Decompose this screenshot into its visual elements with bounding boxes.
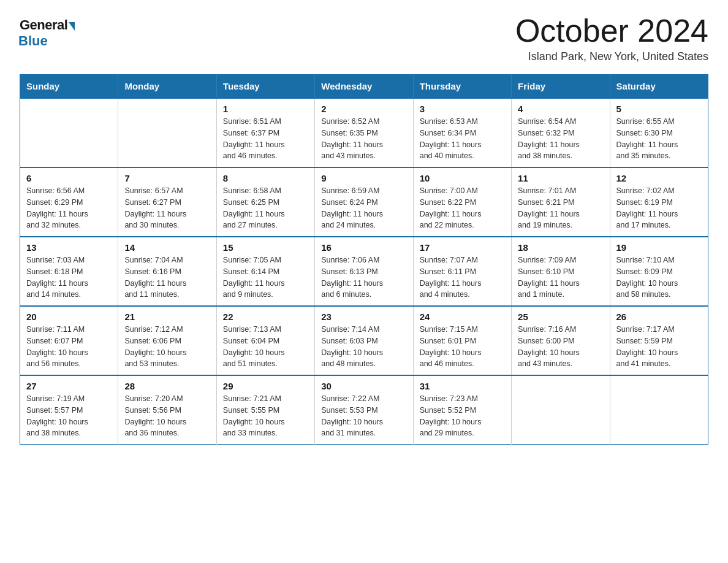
day-info: Sunrise: 7:23 AM Sunset: 5:52 PM Dayligh… [420, 393, 505, 439]
day-info: Sunrise: 7:02 AM Sunset: 6:19 PM Dayligh… [616, 185, 702, 231]
day-number: 19 [616, 242, 702, 253]
day-info: Sunrise: 7:19 AM Sunset: 5:57 PM Dayligh… [26, 393, 112, 439]
day-cell: 7Sunrise: 6:57 AM Sunset: 6:27 PM Daylig… [118, 167, 216, 237]
day-number: 7 [124, 173, 210, 183]
day-cell: 1Sunrise: 6:51 AM Sunset: 6:37 PM Daylig… [216, 98, 314, 167]
day-number: 3 [420, 104, 505, 114]
day-info: Sunrise: 6:52 AM Sunset: 6:35 PM Dayligh… [321, 116, 406, 162]
calendar-header: SundayMondayTuesdayWednesdayThursdayFrid… [20, 75, 708, 99]
day-cell [118, 98, 216, 167]
day-cell: 10Sunrise: 7:00 AM Sunset: 6:22 PM Dayli… [413, 167, 511, 237]
day-cell: 18Sunrise: 7:09 AM Sunset: 6:10 PM Dayli… [512, 237, 610, 306]
day-info: Sunrise: 7:12 AM Sunset: 6:06 PM Dayligh… [124, 324, 210, 370]
logo-arrow-icon [69, 22, 75, 31]
location-subtitle: Island Park, New York, United States [515, 50, 708, 63]
weekday-wednesday: Wednesday [315, 75, 413, 99]
day-cell: 11Sunrise: 7:01 AM Sunset: 6:21 PM Dayli… [512, 167, 610, 237]
day-cell: 12Sunrise: 7:02 AM Sunset: 6:19 PM Dayli… [610, 167, 708, 237]
day-info: Sunrise: 7:09 AM Sunset: 6:10 PM Dayligh… [518, 255, 603, 301]
day-number: 6 [26, 173, 112, 183]
day-cell: 21Sunrise: 7:12 AM Sunset: 6:06 PM Dayli… [118, 306, 216, 375]
day-cell: 14Sunrise: 7:04 AM Sunset: 6:16 PM Dayli… [118, 237, 216, 306]
day-info: Sunrise: 6:54 AM Sunset: 6:32 PM Dayligh… [518, 116, 603, 162]
day-number: 21 [124, 312, 210, 322]
day-info: Sunrise: 7:11 AM Sunset: 6:07 PM Dayligh… [26, 324, 112, 370]
day-info: Sunrise: 7:05 AM Sunset: 6:14 PM Dayligh… [223, 255, 308, 301]
day-number: 13 [26, 242, 112, 253]
day-info: Sunrise: 7:20 AM Sunset: 5:56 PM Dayligh… [124, 393, 210, 439]
day-number: 24 [420, 312, 505, 322]
day-number: 10 [420, 173, 505, 183]
day-cell: 24Sunrise: 7:15 AM Sunset: 6:01 PM Dayli… [413, 306, 511, 375]
day-info: Sunrise: 7:01 AM Sunset: 6:21 PM Dayligh… [518, 185, 603, 231]
logo: General Blue [20, 17, 75, 49]
day-number: 2 [321, 104, 406, 114]
day-info: Sunrise: 6:55 AM Sunset: 6:30 PM Dayligh… [616, 116, 702, 162]
day-number: 1 [223, 104, 308, 114]
day-info: Sunrise: 7:16 AM Sunset: 6:00 PM Dayligh… [518, 324, 603, 370]
day-number: 15 [223, 242, 308, 253]
day-cell: 2Sunrise: 6:52 AM Sunset: 6:35 PM Daylig… [315, 98, 413, 167]
day-info: Sunrise: 7:04 AM Sunset: 6:16 PM Dayligh… [124, 255, 210, 301]
day-number: 31 [420, 381, 505, 391]
day-cell: 15Sunrise: 7:05 AM Sunset: 6:14 PM Dayli… [216, 237, 314, 306]
day-info: Sunrise: 6:58 AM Sunset: 6:25 PM Dayligh… [223, 185, 308, 231]
day-number: 4 [518, 104, 603, 114]
day-number: 17 [420, 242, 505, 253]
day-number: 25 [518, 312, 603, 322]
day-info: Sunrise: 6:53 AM Sunset: 6:34 PM Dayligh… [420, 116, 505, 162]
day-cell [512, 375, 610, 445]
weekday-row: SundayMondayTuesdayWednesdayThursdayFrid… [20, 75, 708, 99]
weekday-thursday: Thursday [413, 75, 511, 99]
day-cell: 16Sunrise: 7:06 AM Sunset: 6:13 PM Dayli… [315, 237, 413, 306]
day-cell: 20Sunrise: 7:11 AM Sunset: 6:07 PM Dayli… [20, 306, 118, 375]
day-info: Sunrise: 7:03 AM Sunset: 6:18 PM Dayligh… [26, 255, 112, 301]
day-info: Sunrise: 7:17 AM Sunset: 5:59 PM Dayligh… [616, 324, 702, 370]
page-header: General Blue October 2024 Island Park, N… [20, 15, 708, 63]
day-number: 18 [518, 242, 603, 253]
day-cell: 30Sunrise: 7:22 AM Sunset: 5:53 PM Dayli… [315, 375, 413, 445]
day-number: 5 [616, 104, 702, 114]
day-info: Sunrise: 7:07 AM Sunset: 6:11 PM Dayligh… [420, 255, 505, 301]
day-cell [20, 98, 118, 167]
day-cell [610, 375, 708, 445]
weekday-saturday: Saturday [610, 75, 708, 99]
day-number: 20 [26, 312, 112, 322]
day-cell: 6Sunrise: 6:56 AM Sunset: 6:29 PM Daylig… [20, 167, 118, 237]
day-cell: 29Sunrise: 7:21 AM Sunset: 5:55 PM Dayli… [216, 375, 314, 445]
day-cell: 5Sunrise: 6:55 AM Sunset: 6:30 PM Daylig… [610, 98, 708, 167]
day-number: 23 [321, 312, 406, 322]
day-info: Sunrise: 7:10 AM Sunset: 6:09 PM Dayligh… [616, 255, 702, 301]
day-cell: 17Sunrise: 7:07 AM Sunset: 6:11 PM Dayli… [413, 237, 511, 306]
day-info: Sunrise: 7:22 AM Sunset: 5:53 PM Dayligh… [321, 393, 406, 439]
week-row-2: 6Sunrise: 6:56 AM Sunset: 6:29 PM Daylig… [20, 167, 708, 237]
day-number: 28 [124, 381, 210, 391]
day-number: 12 [616, 173, 702, 183]
day-number: 16 [321, 242, 406, 253]
day-cell: 31Sunrise: 7:23 AM Sunset: 5:52 PM Dayli… [413, 375, 511, 445]
month-title: October 2024 [515, 15, 708, 47]
day-number: 14 [124, 242, 210, 253]
day-cell: 22Sunrise: 7:13 AM Sunset: 6:04 PM Dayli… [216, 306, 314, 375]
day-cell: 28Sunrise: 7:20 AM Sunset: 5:56 PM Dayli… [118, 375, 216, 445]
day-info: Sunrise: 6:57 AM Sunset: 6:27 PM Dayligh… [124, 185, 210, 231]
day-info: Sunrise: 6:56 AM Sunset: 6:29 PM Dayligh… [26, 185, 112, 231]
calendar-body: 1Sunrise: 6:51 AM Sunset: 6:37 PM Daylig… [20, 98, 708, 445]
week-row-3: 13Sunrise: 7:03 AM Sunset: 6:18 PM Dayli… [20, 237, 708, 306]
week-row-4: 20Sunrise: 7:11 AM Sunset: 6:07 PM Dayli… [20, 306, 708, 375]
day-info: Sunrise: 7:00 AM Sunset: 6:22 PM Dayligh… [420, 185, 505, 231]
day-cell: 13Sunrise: 7:03 AM Sunset: 6:18 PM Dayli… [20, 237, 118, 306]
day-info: Sunrise: 7:14 AM Sunset: 6:03 PM Dayligh… [321, 324, 406, 370]
day-number: 9 [321, 173, 406, 183]
week-row-1: 1Sunrise: 6:51 AM Sunset: 6:37 PM Daylig… [20, 98, 708, 167]
day-number: 8 [223, 173, 308, 183]
day-info: Sunrise: 7:15 AM Sunset: 6:01 PM Dayligh… [420, 324, 505, 370]
day-cell: 9Sunrise: 6:59 AM Sunset: 6:24 PM Daylig… [315, 167, 413, 237]
day-cell: 4Sunrise: 6:54 AM Sunset: 6:32 PM Daylig… [512, 98, 610, 167]
logo-general-text: General [20, 17, 67, 33]
day-info: Sunrise: 6:59 AM Sunset: 6:24 PM Dayligh… [321, 185, 406, 231]
day-cell: 3Sunrise: 6:53 AM Sunset: 6:34 PM Daylig… [413, 98, 511, 167]
day-number: 26 [616, 312, 702, 322]
day-number: 11 [518, 173, 603, 183]
day-cell: 27Sunrise: 7:19 AM Sunset: 5:57 PM Dayli… [20, 375, 118, 445]
